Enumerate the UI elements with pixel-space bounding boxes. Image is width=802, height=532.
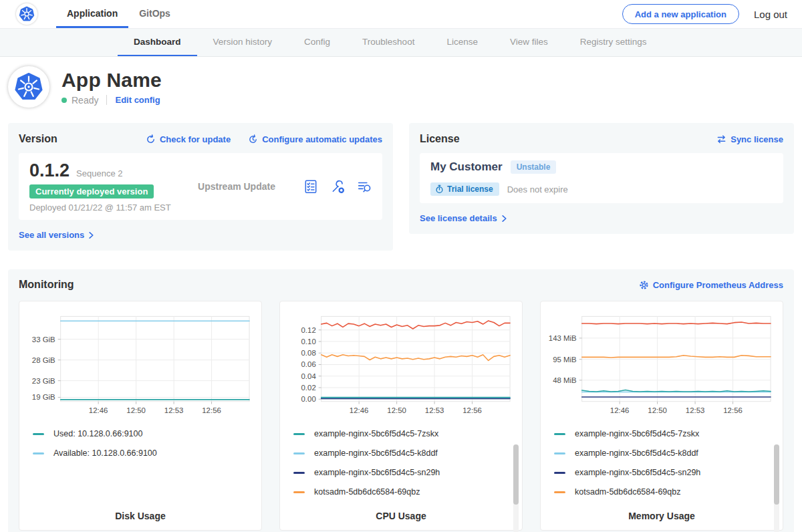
stopwatch-icon (435, 184, 444, 194)
tab-label: Dashboard (134, 37, 181, 47)
view-logs-icon[interactable] (357, 179, 372, 194)
y-axis-tick-label: 0.02 (301, 384, 316, 392)
x-axis-tick-label: 12:46 (610, 406, 630, 414)
x-axis-tick-label: 12:56 (462, 406, 482, 414)
legend-swatch (293, 433, 305, 435)
sync-license-link[interactable]: Sync license (716, 134, 783, 144)
tab-label: View files (510, 37, 548, 47)
tab-version-history[interactable]: Version history (197, 29, 289, 56)
tab-license[interactable]: License (430, 29, 494, 56)
edit-config-label: Edit config (115, 95, 160, 105)
config-wrench-icon[interactable] (330, 179, 345, 194)
legend-item: example-nginx-5bc6f5d4c5-k8ddf (554, 448, 776, 458)
top-tab-application[interactable]: Application (56, 0, 128, 28)
chart-title: CPU Usage (287, 511, 515, 521)
top-nav-actions: Add a new application Log out (622, 4, 787, 24)
tab-label: Troubleshoot (362, 37, 414, 47)
sequence-label: Sequence 2 (76, 168, 122, 178)
tab-label: Config (304, 37, 330, 47)
y-axis-tick-label: 48 MiB (553, 376, 577, 384)
x-axis-tick-label: 12:46 (89, 406, 108, 414)
x-axis-tick-label: 12:56 (723, 406, 743, 414)
top-tab-label: GitOps (139, 8, 170, 19)
legend-item: kotsadm-5db6dc6584-69qbz (293, 487, 515, 497)
tab-config[interactable]: Config (288, 29, 346, 56)
license-card-title: License (420, 133, 460, 145)
gear-icon (639, 280, 649, 290)
preflight-checklist-icon[interactable] (303, 179, 318, 194)
legend-swatch (293, 472, 305, 474)
x-axis-tick-label: 12:50 (126, 406, 146, 414)
y-axis-tick-label: 23 GiB (32, 377, 55, 385)
legend-swatch (554, 433, 565, 435)
configure-prometheus-link[interactable]: Configure Prometheus Address (639, 280, 783, 290)
current-version-panel: 0.1.2 Sequence 2 Currently deployed vers… (19, 153, 382, 220)
legend-label: Used: 10.128.0.66:9100 (53, 429, 142, 438)
kubernetes-app-icon (14, 72, 43, 102)
deployed-timestamp: Deployed 01/21/22 @ 11:57 am EST (29, 203, 176, 213)
see-all-versions-link[interactable]: See all versions (19, 230, 94, 240)
y-axis-tick-label: 0.12 (301, 326, 316, 334)
tab-troubleshoot[interactable]: Troubleshoot (346, 29, 430, 56)
legend-scrollbar[interactable] (513, 444, 519, 532)
configure-automatic-updates-link[interactable]: Configure automatic updates (248, 134, 382, 144)
legend-scrollbar-thumb[interactable] (513, 444, 519, 505)
legend-item: Used: 10.128.0.66:9100 (33, 429, 255, 438)
kubernetes-logo-icon (19, 6, 35, 22)
sync-icon (716, 134, 726, 144)
y-axis-tick-label: 0.06 (301, 360, 316, 368)
y-axis-tick-label: 95 MiB (553, 356, 577, 364)
refresh-icon (146, 134, 156, 144)
legend-item: example-nginx-5bc6f5d4c5-7zskx (554, 429, 776, 438)
chart-title: Disk Usage (26, 511, 255, 521)
app-avatar (8, 66, 49, 108)
legend-label: example-nginx-5bc6f5d4c5-sn29h (314, 468, 440, 477)
legend-label: kotsadm-5db6dc6584-69qbz (314, 487, 420, 497)
tab-dashboard[interactable]: Dashboard (118, 29, 197, 56)
logout-button[interactable]: Log out (754, 9, 787, 20)
legend-swatch (554, 472, 565, 474)
disk-usage-chart: 19 GiB23 GiB28 GiB33 GiB12:4612:5012:531… (26, 309, 255, 420)
kubernetes-logo-icon[interactable] (16, 3, 37, 25)
top-tab-gitops[interactable]: GitOps (128, 0, 181, 28)
disk-usage-chart-card: 19 GiB23 GiB28 GiB33 GiB12:4612:5012:531… (19, 301, 262, 531)
legend-label: kotsadm-5db6dc6584-69qbz (575, 487, 680, 497)
legend-swatch (33, 433, 44, 435)
tab-registry-settings[interactable]: Registry settings (564, 29, 663, 56)
license-type-badge: Trial license (430, 182, 499, 196)
disk-usage-legend: Used: 10.128.0.66:9100Available: 10.128.… (33, 429, 255, 468)
cpu-usage-legend: example-nginx-5bc6f5d4c5-7zskxexample-ng… (293, 429, 515, 507)
legend-item: example-nginx-5bc6f5d4c5-sn29h (293, 468, 515, 477)
see-license-details-label: See license details (420, 213, 497, 223)
legend-label: example-nginx-5bc6f5d4c5-k8ddf (314, 448, 438, 458)
channel-badge: Unstable (511, 160, 557, 174)
cpu-usage-chart-card: 0.000.020.040.060.080.100.1212:4612:5012… (279, 301, 523, 531)
monitoring-title: Monitoring (19, 279, 74, 291)
status-badge: Ready (72, 95, 98, 106)
legend-item: example-nginx-5bc6f5d4c5-sn29h (554, 468, 776, 477)
legend-item: kotsadm-5db6dc6584-69qbz (554, 487, 776, 497)
y-axis-tick-label: 19 GiB (32, 393, 55, 401)
see-license-details-link[interactable]: See license details (420, 213, 507, 223)
charts-row: 19 GiB23 GiB28 GiB33 GiB12:4612:5012:531… (19, 301, 783, 531)
x-axis-tick-label: 12:56 (202, 406, 221, 414)
check-for-update-link[interactable]: Check for update (146, 134, 231, 144)
summary-cards: Version Check for update Configure au (0, 123, 802, 251)
legend-item: Available: 10.128.0.66:9100 (33, 448, 255, 458)
y-axis-tick-label: 33 GiB (32, 336, 55, 344)
license-panel: My Customer Unstable Trial license Does … (420, 153, 783, 203)
legend-scrollbar-thumb[interactable] (774, 444, 779, 505)
x-axis-tick-label: 12:53 (686, 406, 705, 414)
configure-prometheus-label: Configure Prometheus Address (653, 280, 783, 290)
edit-config-link[interactable]: Edit config (115, 95, 160, 105)
see-all-versions-label: See all versions (19, 230, 84, 240)
app-header: App Name Ready Edit config (0, 57, 802, 118)
legend-item: example-nginx-5bc6f5d4c5-7zskx (293, 429, 515, 438)
license-expiry: Does not expire (507, 184, 568, 194)
legend-swatch (554, 491, 565, 493)
legend-scrollbar[interactable] (774, 444, 779, 532)
license-card: License Sync license My Customer Unstabl… (409, 123, 794, 234)
check-for-update-label: Check for update (160, 134, 231, 144)
add-application-button[interactable]: Add a new application (622, 4, 739, 24)
tab-view-files[interactable]: View files (494, 29, 564, 56)
